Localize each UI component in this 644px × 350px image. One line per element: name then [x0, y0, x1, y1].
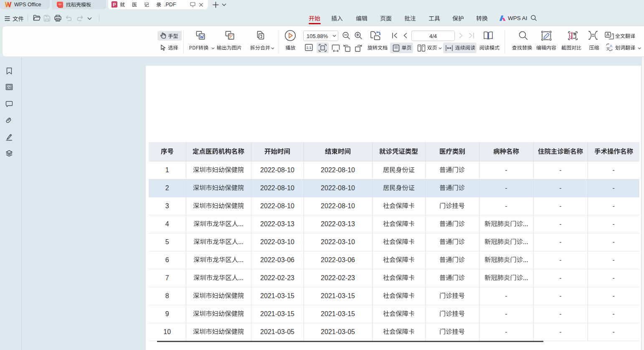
svg-text:P: P: [113, 2, 116, 7]
svg-text:1:1: 1:1: [306, 46, 312, 50]
svg-text:A: A: [610, 44, 612, 48]
